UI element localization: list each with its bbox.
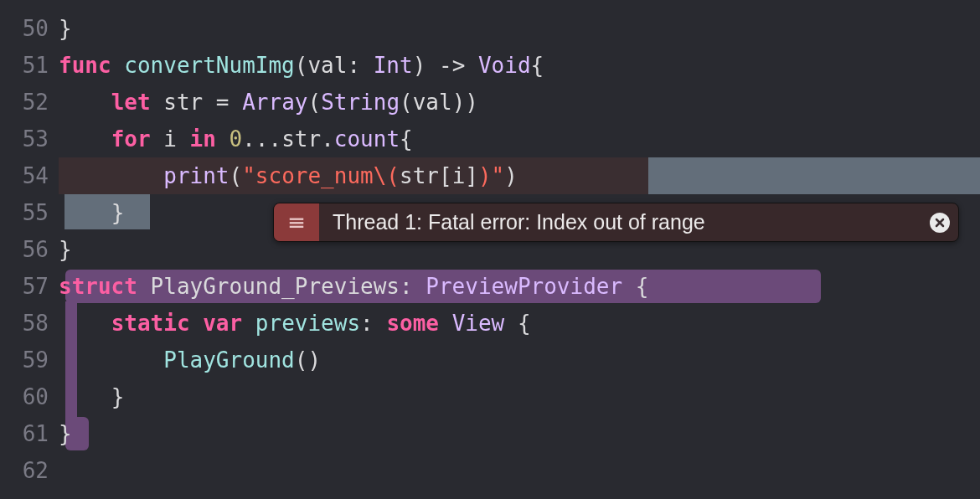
code-line: } (59, 378, 980, 415)
code-line: PlayGround() (59, 342, 980, 378)
svg-rect-1 (290, 222, 304, 224)
code-line (59, 452, 980, 489)
code-line: let str = Array(String(val)) (59, 84, 980, 121)
gutter-line: 51 (0, 47, 49, 84)
gutter-line: 55 (0, 194, 49, 231)
gutter-line: 57 (0, 268, 49, 305)
code-area[interactable]: } func convertNumImg(val: Int) -> Void{ … (59, 0, 980, 499)
gutter: 50 51 52 53 54 55 56 57 58 59 60 61 62 (0, 0, 59, 499)
error-close-button[interactable] (921, 203, 958, 241)
close-icon (930, 213, 950, 233)
gutter-line: 56 (0, 231, 49, 268)
gutter-line: 52 (0, 84, 49, 121)
code-line: func convertNumImg(val: Int) -> Void{ (59, 47, 980, 84)
code-line: struct PlayGround_Previews: PreviewProvi… (59, 268, 980, 305)
code-line: static var previews: some View { (59, 305, 980, 342)
runtime-error-banner[interactable]: Thread 1: Fatal error: Index out of rang… (273, 203, 959, 242)
gutter-line: 59 (0, 342, 49, 378)
svg-rect-2 (290, 225, 304, 227)
error-message: Thread 1: Fatal error: Index out of rang… (319, 203, 921, 241)
code-line: } (59, 415, 980, 452)
code-editor: 50 51 52 53 54 55 56 57 58 59 60 61 62 }… (0, 0, 980, 499)
code-line-error: print("score_num\(str[i])") (59, 157, 980, 194)
gutter-line: 54 (0, 157, 49, 194)
code-line: for i in 0...str.count{ (59, 121, 980, 157)
code-line: } (59, 10, 980, 47)
gutter-line: 58 (0, 305, 49, 342)
gutter-line: 53 (0, 121, 49, 157)
gutter-line: 60 (0, 378, 49, 415)
svg-rect-0 (290, 218, 304, 219)
gutter-line: 61 (0, 415, 49, 452)
gutter-line: 62 (0, 452, 49, 489)
gutter-line: 50 (0, 10, 49, 47)
error-icon-stripe (274, 203, 319, 241)
menu-lines-icon (287, 213, 306, 232)
